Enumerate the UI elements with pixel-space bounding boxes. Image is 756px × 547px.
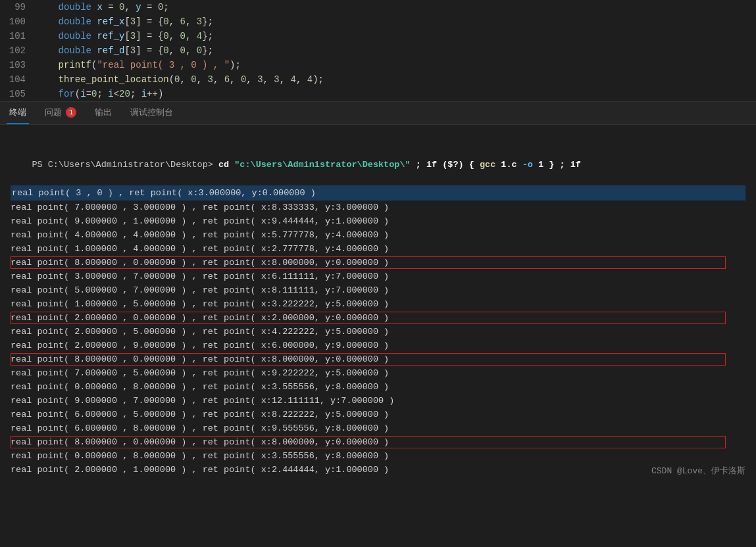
terminal-empty-line bbox=[11, 130, 745, 144]
code-content-101: double ref_y[3] = {0, 0, 4}; bbox=[36, 29, 756, 43]
watermark: CSDN @Love、伊卡洛斯 bbox=[651, 465, 745, 477]
terminal-output-row: real point( 6.000000 , 8.000000 ) , ret … bbox=[11, 421, 745, 435]
terminal-command-text: cd "c:\Users\Administrator\Desktop\" ; i… bbox=[213, 160, 581, 170]
tab-output-label: 输出 bbox=[95, 107, 112, 118]
tab-debug-console-label: 调试控制台 bbox=[130, 107, 173, 118]
code-line-100: 100 double ref_x[3] = {0, 6, 3}; bbox=[0, 14, 756, 29]
terminal-prompt: PS C:\Users\Administrator\Desktop> bbox=[32, 160, 213, 170]
line-number-100: 100 bbox=[0, 14, 36, 29]
code-line-104: 104 three_point_location(0, 0, 3, 6, 0, … bbox=[0, 72, 756, 87]
code-content-102: double ref_d[3] = {0, 0, 0}; bbox=[36, 43, 756, 58]
terminal-output-row: real point( 1.000000 , 4.000000 ) , ret … bbox=[11, 242, 745, 256]
code-content-104: three_point_location(0, 0, 3, 6, 0, 3, 3… bbox=[36, 72, 756, 87]
terminal-output-row: real point( 7.000000 , 5.000000 ) , ret … bbox=[11, 366, 745, 380]
terminal-output-row: real point( 9.000000 , 1.000000 ) , ret … bbox=[11, 214, 745, 228]
terminal-output-row: real point( 9.000000 , 7.000000 ) , ret … bbox=[11, 394, 745, 408]
line-number-101: 101 bbox=[0, 29, 36, 43]
terminal-output-row: real point( 3.000000 , 7.000000 ) , ret … bbox=[11, 270, 745, 283]
terminal-output-row: real point( 0.000000 , 8.000000 ) , ret … bbox=[11, 449, 745, 463]
problems-badge: 1 bbox=[66, 107, 76, 118]
tab-terminal[interactable]: 终端 bbox=[7, 102, 29, 124]
terminal-output-row: real point( 2.000000 , 9.000000 ) , ret … bbox=[11, 339, 745, 352]
terminal-output-row: real point( 7.000000 , 3.000000 ) , ret … bbox=[11, 201, 745, 214]
terminal-output-row: real point( 8.000000 , 0.000000 ) , ret … bbox=[11, 256, 745, 270]
terminal-output-row: real point( 3 , 0 ) , ret point( x:3.000… bbox=[11, 185, 745, 201]
code-line-101: 101 double ref_y[3] = {0, 0, 4}; bbox=[0, 29, 756, 43]
terminal-output-row: real point( 1.000000 , 5.000000 ) , ret … bbox=[11, 297, 745, 311]
terminal-output-row: real point( 8.000000 , 0.000000 ) , ret … bbox=[11, 435, 745, 449]
tab-problems-label: 问题 bbox=[45, 107, 62, 118]
tab-output[interactable]: 输出 bbox=[92, 102, 114, 124]
terminal-output-row: real point( 2.000000 , 5.000000 ) , ret … bbox=[11, 325, 745, 339]
code-line-99: 99 double x = 0, y = 0; bbox=[0, 0, 756, 14]
code-editor: 99 double x = 0, y = 0; 100 double ref_x… bbox=[0, 0, 756, 102]
terminal-output-row: real point( 0.000000 , 8.000000 ) , ret … bbox=[11, 380, 745, 394]
code-content-100: double ref_x[3] = {0, 6, 3}; bbox=[36, 14, 756, 29]
code-content-105: for(i=0; i<20; i++) bbox=[36, 87, 756, 101]
code-line-103: 103 printf("real point( 3 , 0 ) , "); bbox=[0, 58, 756, 72]
line-number-103: 103 bbox=[0, 58, 36, 72]
terminal-output-row: real point( 6.000000 , 5.000000 ) , ret … bbox=[11, 408, 745, 421]
terminal-output-row: real point( 4.000000 , 4.000000 ) , ret … bbox=[11, 228, 745, 242]
terminal-panel: PS C:\Users\Administrator\Desktop> cd "c… bbox=[0, 125, 756, 482]
line-number-105: 105 bbox=[0, 87, 36, 101]
line-number-104: 104 bbox=[0, 72, 36, 87]
line-number-102: 102 bbox=[0, 43, 36, 58]
code-line-102: 102 double ref_d[3] = {0, 0, 0}; bbox=[0, 43, 756, 58]
code-content-99: double x = 0, y = 0; bbox=[36, 0, 756, 14]
code-line-105: 105 for(i=0; i<20; i++) bbox=[0, 87, 756, 101]
terminal-command-line: PS C:\Users\Administrator\Desktop> cd "c… bbox=[11, 144, 745, 185]
tab-terminal-label: 终端 bbox=[9, 107, 26, 118]
terminal-output-row: real point( 8.000000 , 0.000000 ) , ret … bbox=[11, 352, 745, 366]
tab-debug-console[interactable]: 调试控制台 bbox=[128, 102, 176, 124]
line-number-99: 99 bbox=[0, 0, 36, 14]
terminal-output-row: real point( 2.000000 , 0.000000 ) , ret … bbox=[11, 311, 745, 325]
code-content-103: printf("real point( 3 , 0 ) , "); bbox=[36, 58, 756, 72]
terminal-output: real point( 3 , 0 ) , ret point( x:3.000… bbox=[11, 185, 745, 477]
tab-problems[interactable]: 问题 1 bbox=[42, 102, 79, 124]
tab-bar: 终端 问题 1 输出 调试控制台 bbox=[0, 102, 756, 125]
terminal-output-row: real point( 5.000000 , 7.000000 ) , ret … bbox=[11, 283, 745, 297]
terminal-output-row: real point( 2.000000 , 1.000000 ) , ret … bbox=[11, 463, 745, 477]
